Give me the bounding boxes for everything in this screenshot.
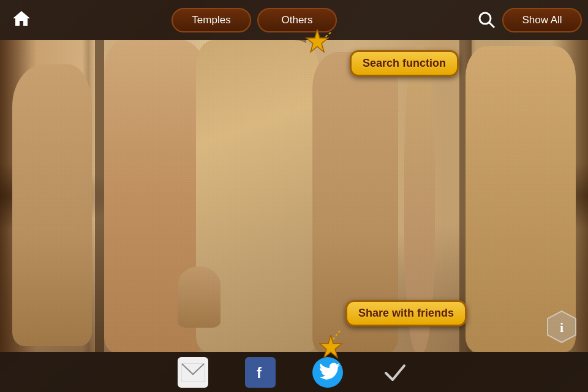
search-button[interactable] [472, 5, 502, 36]
twitter-button[interactable] [312, 357, 343, 388]
share-with-friends-label: Share with friends [358, 307, 454, 319]
share-pointer-star [318, 335, 343, 360]
svg-text:f: f [257, 364, 262, 381]
temples-button[interactable]: Temples [172, 8, 251, 32]
search-function-callout: Search function [350, 50, 459, 77]
home-button[interactable] [6, 5, 37, 36]
done-checkmark-button[interactable] [380, 357, 410, 388]
show-all-button[interactable]: Show All [502, 8, 582, 32]
mail-button[interactable] [178, 357, 208, 388]
nav-buttons-group: Temples Others [37, 8, 472, 32]
top-navigation-bar: Temples Others Show All [0, 0, 588, 40]
home-icon [12, 9, 31, 31]
svg-point-0 [480, 13, 491, 24]
search-function-label: Search function [363, 57, 446, 69]
svg-marker-2 [306, 29, 328, 52]
svg-line-1 [489, 23, 494, 28]
svg-text:i: i [560, 320, 564, 335]
sculpture-image [0, 40, 588, 352]
svg-marker-4 [320, 335, 342, 358]
info-button[interactable]: i [546, 310, 577, 346]
share-with-friends-callout: Share with friends [345, 300, 467, 326]
facebook-button[interactable]: f [245, 357, 276, 388]
others-button[interactable]: Others [257, 8, 337, 32]
search-pointer-star [305, 29, 330, 54]
bottom-toolbar: f [0, 352, 588, 392]
